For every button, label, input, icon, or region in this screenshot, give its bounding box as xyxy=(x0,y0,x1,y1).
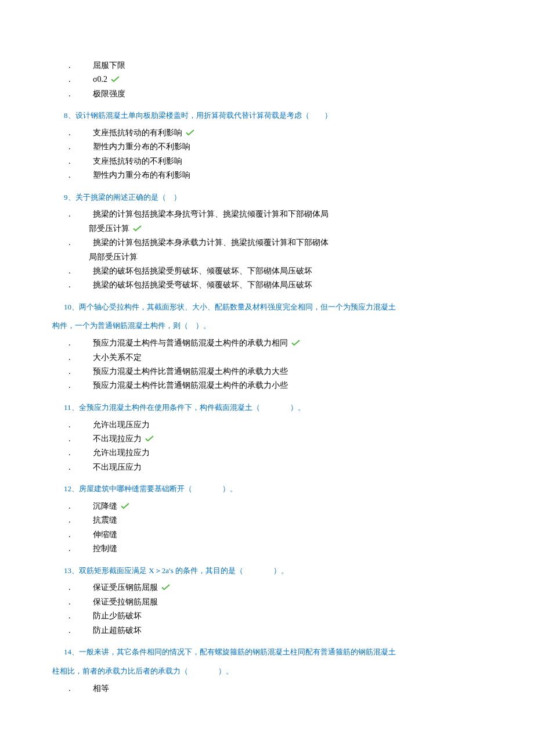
q8-options: . 支座抵抗转动的有利影响 . 塑性内力重分布的不利影响 . 支座抵抗转动的不利… xyxy=(52,127,482,182)
option-text: 防止超筋破坏 xyxy=(93,624,482,637)
option-row: . 允许出现压应力 xyxy=(52,419,482,431)
option-text: 塑性内力重分布的有利影响 xyxy=(93,169,482,182)
option-text: σ0.2 xyxy=(93,73,482,86)
option-text: 保证受压钢筋屈服 xyxy=(93,581,482,594)
bullet: . xyxy=(52,596,93,609)
option-text: 屈服下限 xyxy=(93,59,482,72)
question-9-title: 9、关于挑梁的阐述正确的是（ ） xyxy=(64,192,482,204)
option-row: . 不出现拉应力 xyxy=(52,433,482,445)
bullet: . xyxy=(52,610,93,622)
bullet: . xyxy=(52,59,93,72)
option-text: 伸缩缝 xyxy=(93,528,482,541)
bullet: . xyxy=(52,447,93,459)
option-row: . 极限强度 xyxy=(52,88,482,100)
option-row: . 控制缝 xyxy=(52,542,482,555)
bullet: . xyxy=(52,141,93,153)
q13-options: . 保证受压钢筋屈服 . 保证受拉钢筋屈服 . 防止少筋破坏 . 防止超筋破坏 xyxy=(52,581,482,637)
option-row: . 防止少筋破坏 xyxy=(52,610,482,622)
option-row: . 防止超筋破坏 xyxy=(52,624,482,637)
bullet: . xyxy=(52,514,93,527)
bullet: . xyxy=(52,208,93,221)
bullet: . xyxy=(52,682,93,695)
option-text: 不出现拉应力 xyxy=(93,433,482,445)
option-row: . σ0.2 xyxy=(52,73,482,86)
option-text: 塑性内力重分布的不利影响 xyxy=(93,141,482,153)
option-text: 沉降缝 xyxy=(93,500,482,513)
option-text: 大小关系不定 xyxy=(93,351,482,364)
check-icon xyxy=(161,583,170,592)
check-icon xyxy=(111,75,120,84)
bullet: . xyxy=(52,461,93,474)
bullet: . xyxy=(52,155,93,168)
question-11-title: 11、全预应力混凝土构件在使用条件下，构件截面混凝土（ ）。 xyxy=(64,402,482,414)
option-row: . 沉降缝 xyxy=(52,500,482,513)
option-text: 防止少筋破坏 xyxy=(93,610,482,622)
option-row: . 大小关系不定 xyxy=(52,351,482,364)
check-icon xyxy=(145,434,154,443)
option-row: . 不出现压应力 xyxy=(52,461,482,474)
bullet: . xyxy=(52,379,93,392)
q9-options: . 挑梁的计算包括挑梁本身抗弯计算、挑梁抗倾覆计算和下部砌体局 部受压计算 . … xyxy=(52,208,482,291)
option-row: . 挑梁的计算包括挑梁本身承载力计算、挑梁抗倾覆计算和下部砌体 xyxy=(52,236,482,249)
bullet: . xyxy=(52,500,93,513)
option-row: . 允许出现拉应力 xyxy=(52,447,482,459)
option-text: 挑梁的计算包括挑梁本身抗弯计算、挑梁抗倾覆计算和下部砌体局 xyxy=(93,208,482,221)
question-13-title: 13、双筋矩形截面应满足 X＞2a′s 的条件，其目的是（ ）。 xyxy=(64,565,482,577)
option-text: 支座抵抗转动的有利影响 xyxy=(93,127,482,139)
question-8-title: 8、设计钢筋混凝土单向板肋梁楼盖时，用折算荷载代替计算荷载是考虑（ ） xyxy=(64,110,482,122)
bullet: . xyxy=(52,542,93,555)
bullet: . xyxy=(52,236,93,249)
option-row: . 塑性内力重分布的不利影响 xyxy=(52,141,482,153)
option-cont: 局部受压计算 xyxy=(52,251,482,264)
option-row: . 保证受压钢筋屈服 xyxy=(52,581,482,594)
bullet: . xyxy=(52,624,93,637)
bullet: . xyxy=(52,88,93,100)
q10-options: . 预应力混凝土构件与普通钢筋混凝土构件的承载力相同 . 大小关系不定 . 预应… xyxy=(52,337,482,393)
option-row: . 挑梁的计算包括挑梁本身抗弯计算、挑梁抗倾覆计算和下部砌体局 xyxy=(52,208,482,221)
option-text: 预应力混凝土构件比普通钢筋混凝土构件的承载力大些 xyxy=(93,365,482,378)
option-row: . 支座抵抗转动的不利影响 xyxy=(52,155,482,168)
option-text: 预应力混凝土构件比普通钢筋混凝土构件的承载力小些 xyxy=(93,379,482,392)
bullet: . xyxy=(52,169,93,182)
option-text: 允许出现拉应力 xyxy=(93,447,482,459)
option-row: . 预应力混凝土构件与普通钢筋混凝土构件的承载力相同 xyxy=(52,337,482,350)
check-icon xyxy=(291,339,300,347)
bullet: . xyxy=(52,127,93,139)
option-row: . 预应力混凝土构件比普通钢筋混凝土构件的承载力小些 xyxy=(52,379,482,392)
check-icon xyxy=(133,224,142,233)
question-10-title-line2: 构件，一个为普通钢筋混凝土构件，则（ ）。 xyxy=(52,320,482,332)
option-row: . 伸缩缝 xyxy=(52,528,482,541)
option-row: . 预应力混凝土构件比普通钢筋混凝土构件的承载力大些 xyxy=(52,365,482,378)
option-text: 允许出现压应力 xyxy=(93,419,482,431)
option-text: 控制缝 xyxy=(93,542,482,555)
option-text: 挑梁的计算包括挑梁本身承载力计算、挑梁抗倾覆计算和下部砌体 xyxy=(93,236,482,249)
option-row: . 塑性内力重分布的有利影响 xyxy=(52,169,482,182)
option-text: 预应力混凝土构件与普通钢筋混凝土构件的承载力相同 xyxy=(93,337,482,350)
option-row: . 支座抵抗转动的有利影响 xyxy=(52,127,482,139)
bullet: . xyxy=(52,528,93,541)
option-text: 不出现压应力 xyxy=(93,461,482,474)
option-row: . 屈服下限 xyxy=(52,59,482,72)
question-12-title: 12、房屋建筑中哪种缝需要基础断开（ ）。 xyxy=(64,483,482,495)
option-row: . 保证受拉钢筋屈服 xyxy=(52,596,482,609)
q7-options: . 屈服下限 . σ0.2 . 极限强度 xyxy=(52,59,482,100)
question-14-title-line2: 柱相比，前者的承载力比后者的承载力（ ）。 xyxy=(52,665,482,678)
option-text: 挑梁的破坏包括挑梁受弯破坏、倾覆破坏、下部砌体局压破坏 xyxy=(93,279,482,291)
q11-options: . 允许出现压应力 . 不出现拉应力 . 允许出现拉应力 . 不出现压应力 xyxy=(52,419,482,474)
bullet: . xyxy=(52,279,93,291)
bullet: . xyxy=(52,365,93,378)
option-cont: 部受压计算 xyxy=(52,222,482,235)
bullet: . xyxy=(52,419,93,431)
option-text: 相等 xyxy=(93,682,482,695)
option-text: 支座抵抗转动的不利影响 xyxy=(93,155,482,168)
check-icon xyxy=(186,128,194,137)
option-row: . 挑梁的破坏包括挑梁受弯破坏、倾覆破坏、下部砌体局压破坏 xyxy=(52,279,482,291)
option-row: . 抗震缝 xyxy=(52,514,482,527)
question-10-title-line1: 10、两个轴心受拉构件，其截面形状、大小、配筋数量及材料强度完全相同，但一个为预… xyxy=(64,301,482,314)
check-icon xyxy=(121,502,129,510)
option-text: 极限强度 xyxy=(93,88,482,100)
bullet: . xyxy=(52,351,93,364)
option-text: 抗震缝 xyxy=(93,514,482,527)
bullet: . xyxy=(52,265,93,278)
bullet: . xyxy=(52,433,93,445)
